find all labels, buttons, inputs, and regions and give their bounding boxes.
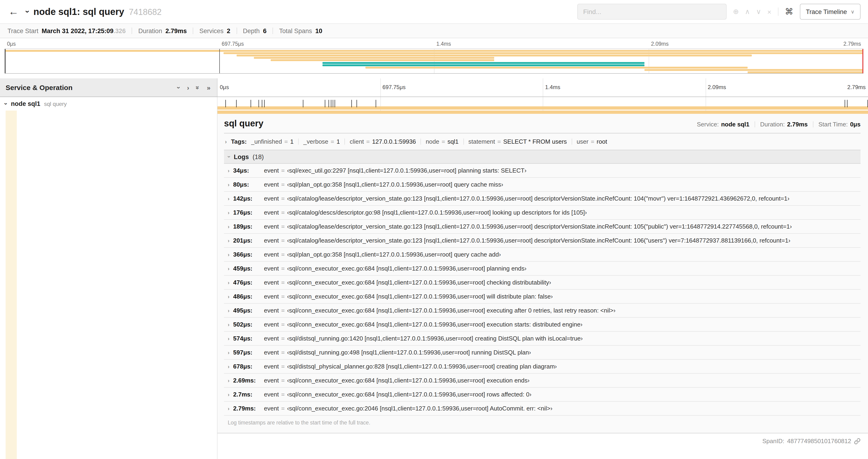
equals-sign: = xyxy=(279,321,287,328)
log-field: event=‹sql/conn_executor_exec.go:684 [ns… xyxy=(264,321,582,328)
log-field-value: ‹sql/distsql_running.go:1420 [nsql1,clie… xyxy=(287,335,583,342)
log-field-key: event xyxy=(264,405,279,412)
log-entry-row[interactable]: ›176μs:event=‹sql/catalog/descs/descript… xyxy=(224,206,861,220)
log-field: event=‹sql/conn_executor_exec.go:684 [ns… xyxy=(264,279,551,286)
log-field-value: ‹sql/conn_executor_exec.go:684 [nsql1,cl… xyxy=(287,321,582,328)
log-entry-row[interactable]: ›597μs:event=‹sql/distsql_running.go:498… xyxy=(224,346,861,360)
chevron-down-icon: ∨ xyxy=(851,9,855,15)
log-field-value: ‹sql/conn_executor_exec.go:684 [nsql1,cl… xyxy=(287,307,616,314)
span-name-cell[interactable]: › node sql1 sql query xyxy=(0,97,217,110)
tag-item[interactable]: statement=SELECT * FROM users xyxy=(468,138,567,145)
log-entry-row[interactable]: ›142μs:event=‹sql/catalog/lease/descript… xyxy=(224,192,861,206)
expand-one-icon[interactable]: › xyxy=(187,84,189,91)
log-field-key: event xyxy=(264,209,279,216)
time-tick-label: 0μs xyxy=(7,41,16,47)
divider xyxy=(193,28,193,34)
chevron-right-icon: › xyxy=(228,294,229,299)
log-field-key: event xyxy=(264,349,279,356)
minimap-canvas[interactable] xyxy=(5,48,863,74)
span-id-value: 4877749850101760812 xyxy=(787,437,851,445)
expand-all-icon[interactable]: » xyxy=(207,84,211,91)
tag-item[interactable]: client=127.0.0.1:59936 xyxy=(350,138,416,145)
tags-accordian[interactable]: › Tags: _unfinished=1_verbose=1client=12… xyxy=(224,133,861,150)
log-marker-tick xyxy=(262,100,262,107)
log-entry-row[interactable]: ›189μs:event=‹sql/catalog/lease/descript… xyxy=(224,220,861,234)
span-duration-bar[interactable] xyxy=(217,106,868,110)
log-entry-row[interactable]: ›476μs:event=‹sql/conn_executor_exec.go:… xyxy=(224,276,861,290)
find-input[interactable] xyxy=(577,4,726,20)
divider xyxy=(298,138,299,144)
log-field-value: ‹sql/conn_executor_exec.go:684 [nsql1,cl… xyxy=(287,265,526,272)
collapse-all-icon[interactable]: » xyxy=(195,86,202,89)
service-meta: Service:node sql1 xyxy=(697,121,749,128)
focus-match-icon[interactable]: ⊕ xyxy=(733,7,739,16)
log-marker-tick xyxy=(303,100,303,107)
span-bar-row[interactable] xyxy=(217,97,868,110)
log-marker-tick xyxy=(331,100,331,107)
log-entry-row[interactable]: ›459μs:event=‹sql/conn_executor_exec.go:… xyxy=(224,262,861,276)
tag-item[interactable]: user=root xyxy=(577,138,607,145)
equals-sign: = xyxy=(495,138,503,145)
log-entry-row[interactable]: ›2.79ms:event=‹sql/conn_executor_exec.go… xyxy=(224,402,861,416)
divider xyxy=(421,138,421,144)
prev-match-icon[interactable]: ∧ xyxy=(745,7,750,16)
log-entry-row[interactable]: ›201μs:event=‹sql/catalog/lease/descript… xyxy=(224,234,861,248)
next-match-icon[interactable]: ∨ xyxy=(756,7,761,16)
log-field-value: ‹sql/exec_util.go:2297 [nsql1,client=127… xyxy=(287,167,526,174)
log-field-value: ‹sql/catalog/descs/descriptor.go:98 [nsq… xyxy=(287,209,587,216)
span-collapse-icon[interactable]: › xyxy=(3,103,9,105)
log-entry-row[interactable]: ›495μs:event=‹sql/conn_executor_exec.go:… xyxy=(224,304,861,318)
equals-sign: = xyxy=(439,138,447,145)
start-time-meta: Start Time:0μs xyxy=(818,121,861,128)
chevron-right-icon: › xyxy=(228,238,229,243)
logs-accordian-header[interactable]: › Logs (18) xyxy=(224,150,861,164)
span-detail-meta: Service:node sql1 Duration:2.79ms Start … xyxy=(697,121,861,128)
log-entry-row[interactable]: ›574μs:event=‹sql/distsql_running.go:142… xyxy=(224,332,861,346)
log-entry-row[interactable]: ›486μs:event=‹sql/conn_executor_exec.go:… xyxy=(224,290,861,304)
summary-label: Duration xyxy=(138,27,162,34)
span-indent-guide[interactable] xyxy=(6,110,17,459)
trace-summary-bar: Trace StartMarch 31 2022, 17:25:09.326Du… xyxy=(0,23,868,38)
log-field-key: event xyxy=(264,321,279,328)
log-entry-row[interactable]: ›34μs:event=‹sql/exec_util.go:2297 [nsql… xyxy=(224,164,861,178)
log-timestamp: 80μs: xyxy=(233,181,260,188)
tag-value: 1 xyxy=(337,138,340,145)
minimap-span-bar xyxy=(223,52,863,54)
log-marker-tick xyxy=(867,100,868,107)
trace-view-dropdown[interactable]: Trace Timeline ∨ xyxy=(800,4,861,20)
log-field: event=‹sql/conn_executor_exec.go:684 [ns… xyxy=(264,391,531,398)
tag-item[interactable]: _verbose=1 xyxy=(303,138,340,145)
viewport-right-scrubber[interactable] xyxy=(862,49,863,73)
log-field-key: event xyxy=(264,195,279,202)
log-field: event=‹sql/conn_executor_exec.go:2046 [n… xyxy=(264,405,552,412)
log-timestamp: 597μs: xyxy=(233,349,260,356)
log-timestamp: 459μs: xyxy=(233,265,260,272)
log-entry-row[interactable]: ›678μs:event=‹sql/distsql_physical_plann… xyxy=(224,360,861,374)
tag-item[interactable]: _unfinished=1 xyxy=(251,138,293,145)
keyboard-shortcuts-button[interactable]: ⌘ xyxy=(783,6,795,17)
collapse-trace-chevron-icon[interactable]: › xyxy=(23,10,32,13)
clear-search-icon[interactable]: × xyxy=(767,8,771,15)
back-button[interactable]: ← xyxy=(8,6,19,18)
tag-item[interactable]: node=sql1 xyxy=(426,138,459,145)
trace-view-label: Trace Timeline xyxy=(806,8,847,15)
tag-value: 127.0.0.1:59936 xyxy=(372,138,416,145)
log-field-value: ‹sql/plan_opt.go:358 [nsql1,client=127.0… xyxy=(287,251,501,258)
log-entry-row[interactable]: ›502μs:event=‹sql/conn_executor_exec.go:… xyxy=(224,318,861,332)
log-entry-row[interactable]: ›2.69ms:event=‹sql/conn_executor_exec.go… xyxy=(224,374,861,388)
deep-link-icon[interactable] xyxy=(854,438,861,444)
equals-sign: = xyxy=(279,251,287,258)
tag-value: sql1 xyxy=(447,138,459,145)
timeline-gridline xyxy=(380,78,380,97)
chevron-right-icon: › xyxy=(228,280,229,286)
log-entry-row[interactable]: ›80μs:event=‹sql/plan_opt.go:358 [nsql1,… xyxy=(224,178,861,192)
log-field: event=‹sql/plan_opt.go:358 [nsql1,client… xyxy=(264,251,501,258)
chevron-right-icon: › xyxy=(225,139,227,144)
log-marker-tick xyxy=(845,100,845,107)
log-marker-tick xyxy=(375,100,376,107)
viewport-left-handle[interactable] xyxy=(5,49,6,73)
collapse-one-icon[interactable]: › xyxy=(176,86,182,88)
log-entry-row[interactable]: ›2.7ms:event=‹sql/conn_executor_exec.go:… xyxy=(224,388,861,402)
equals-sign: = xyxy=(279,181,287,188)
log-entry-row[interactable]: ›366μs:event=‹sql/plan_opt.go:358 [nsql1… xyxy=(224,248,861,262)
